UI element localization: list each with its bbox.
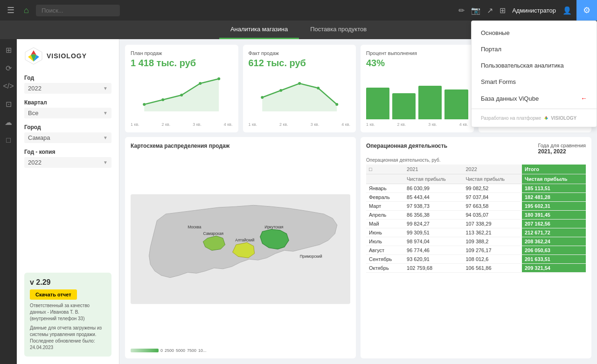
dropdown-item-portal[interactable]: Портал [472, 41, 597, 57]
table-subtitle: Операционная деятельность, руб. [366, 158, 586, 163]
nav-right-area: ✏ 📷 ↗ ⊞ Администратор 👤 [458, 6, 572, 15]
sidebar-icon-refresh[interactable]: ⟳ [3, 61, 14, 76]
filter-year: Год 2022 ▼ [24, 75, 111, 94]
table-cell-2022: 113 362,21 [463, 228, 521, 237]
table-cell-month: Февраль [366, 193, 404, 202]
admin-label[interactable]: Администратор [512, 7, 556, 14]
sidebar: ⊞ ⟳ </> ⊡ ☁ □ [0, 39, 17, 364]
table-cell-2021: 96 774,46 [404, 246, 463, 255]
search-input[interactable] [36, 5, 120, 16]
logo-text: VISIOLOGY [47, 52, 87, 60]
years-value: 2021, 2022 [538, 148, 586, 155]
pencil-icon[interactable]: ✏ [458, 6, 465, 15]
table-cell-month: Январь [366, 184, 404, 193]
table-cell-2021: 99 824,27 [404, 220, 463, 228]
filter-quarter-value[interactable]: Все ▼ [24, 108, 111, 118]
filter-city: Город Самара ▼ [24, 124, 111, 143]
russia-map-svg: Самарская Москва Алтайский Иркутская При… [131, 153, 350, 345]
user-icon[interactable]: 👤 [562, 6, 572, 15]
percent-x-labels: 1 кв. 2 кв. 3 кв. 4 кв. [366, 122, 468, 127]
home-icon[interactable]: ⌂ [21, 3, 31, 18]
table-header-area: Операционная деятельность Года для сравн… [366, 143, 586, 155]
fact-x-labels: 1 кв. 2 кв. 3 кв. 4 кв. [249, 122, 351, 127]
download-report-button[interactable]: Скачать отчет [30, 289, 77, 300]
filter-city-label: Город [24, 124, 111, 130]
tab-supply[interactable]: Поставка продуктов [299, 21, 378, 39]
table-cell-2022: 109 276,17 [463, 246, 521, 255]
table-cell-month: Июль [366, 237, 404, 246]
version-date: 24.04.2023 [30, 344, 106, 351]
table-cell-month: Май [366, 220, 404, 228]
left-panel: VISIOLOGY Год 2022 ▼ Квартал Все ▼ Город… [17, 39, 119, 364]
filter-year-copy-label: Год - копия [24, 149, 111, 155]
dropdown-item-smart-forms[interactable]: Smart Forms [472, 74, 597, 90]
settings-button[interactable]: ⚙ [576, 0, 597, 21]
chevron-down-icon-3: ▼ [103, 135, 108, 140]
grid-icon[interactable]: ⊞ [500, 6, 506, 15]
table-cell-itogo: 209 321,54 [522, 264, 586, 273]
metric-card-fact: Факт продаж 612 тыс. руб 1 кв. 2 [243, 45, 356, 132]
sidebar-icon-grid[interactable]: ⊞ [3, 43, 14, 57]
table-cell-2021: 85 443,44 [404, 193, 463, 202]
filter-year-copy: Год - копия 2022 ▼ [24, 149, 111, 168]
table-cell-itogo: 182 481,28 [522, 193, 586, 202]
camera-icon[interactable]: 📷 [471, 6, 480, 15]
visiology-logo-icon [24, 47, 43, 65]
filter-year-copy-value[interactable]: 2022 ▼ [24, 157, 111, 168]
export-icon[interactable]: ↗ [487, 6, 493, 15]
table-cell-2022: 94 035,07 [463, 211, 521, 220]
tab-analytics[interactable]: Аналитика магазина [219, 21, 299, 39]
map-legend: 0 2500 5000 7500 10... [131, 348, 350, 353]
filter-year-label: Год [24, 75, 111, 81]
bottom-row: Картосхема распределения продаж Самарска… [125, 137, 591, 358]
col-subheader-itogo: Чистая прибыль [522, 174, 586, 184]
table-cell-2022: 106 561,86 [463, 264, 521, 273]
table-scroll-area[interactable]: □ 2021 2022 Итого Чистая прибыль Чистая … [366, 165, 586, 353]
table-row: Апрель 86 356,38 94 035,07 180 391,45 [366, 211, 586, 220]
settings-icon: ⚙ [583, 5, 590, 15]
table-row: Август 96 774,46 109 276,17 206 050,63 [366, 246, 586, 255]
table-cell-month: Сентябрь [366, 255, 404, 264]
table-cell-2021: 86 030,99 [404, 184, 463, 193]
svg-text:Самарская: Самарская [203, 231, 223, 236]
dropdown-item-viqube[interactable]: База данных ViQube ← [472, 90, 597, 107]
metric-percent-value: 43% [366, 58, 468, 69]
menu-icon[interactable]: ☰ [5, 3, 17, 18]
table-cell-2022: 109 388,2 [463, 237, 521, 246]
bar-q1 [366, 88, 389, 119]
top-navigation: ☰ ⌂ ✏ 📷 ↗ ⊞ Администратор 👤 ⚙ [0, 0, 597, 21]
dropdown-divider [472, 109, 597, 109]
filter-quarter-label: Квартал [24, 99, 111, 106]
table-cell-2021: 86 356,38 [404, 211, 463, 220]
table-cell-2022: 97 037,84 [463, 193, 521, 202]
metric-plan-title: План продаж [131, 50, 233, 56]
sidebar-icon-box[interactable]: ⊡ [3, 97, 14, 111]
table-cell-2022: 108 012,6 [463, 255, 521, 264]
sidebar-icon-cloud[interactable]: ☁ [2, 115, 15, 130]
version-box: v 2.29 Скачать отчет Ответственный за ка… [24, 273, 111, 357]
filter-year-value[interactable]: 2022 ▼ [24, 83, 111, 94]
table-cell-itogo: 195 602,31 [522, 202, 586, 211]
table-cell-2022: 99 082,52 [463, 184, 521, 193]
percent-bar-chart [366, 74, 468, 119]
filter-city-value[interactable]: Самара ▼ [24, 132, 111, 143]
table-row: Февраль 85 443,44 97 037,84 182 481,28 [366, 193, 586, 202]
version-data-info: Данные для отчета загружены из системы у… [30, 325, 106, 344]
table-row: Июль 98 974,04 109 388,2 208 362,24 [366, 237, 586, 246]
version-number: v 2.29 [30, 278, 106, 287]
bar-q2 [392, 93, 416, 119]
sidebar-icon-square[interactable]: □ [3, 133, 14, 147]
svg-text:Иркутская: Иркутская [264, 225, 283, 229]
map-legend-gradient [131, 349, 159, 352]
sidebar-icon-code[interactable]: </> [0, 79, 16, 93]
map-title: Картосхема распределения продаж [131, 143, 350, 149]
table-cell-month: Март [366, 202, 404, 211]
arrow-right-icon: ← [581, 95, 587, 102]
dropdown-item-osnovnye[interactable]: Основные [472, 25, 597, 41]
chevron-down-icon: ▼ [103, 86, 108, 91]
chevron-down-icon-4: ▼ [103, 160, 108, 165]
bar-q4 [444, 89, 468, 119]
dropdown-item-user-analytics[interactable]: Пользовательская аналитика [472, 57, 597, 74]
table-cell-itogo: 207 162,56 [522, 220, 586, 228]
table-row: Октябрь 102 759,68 106 561,86 209 321,54 [366, 264, 586, 273]
